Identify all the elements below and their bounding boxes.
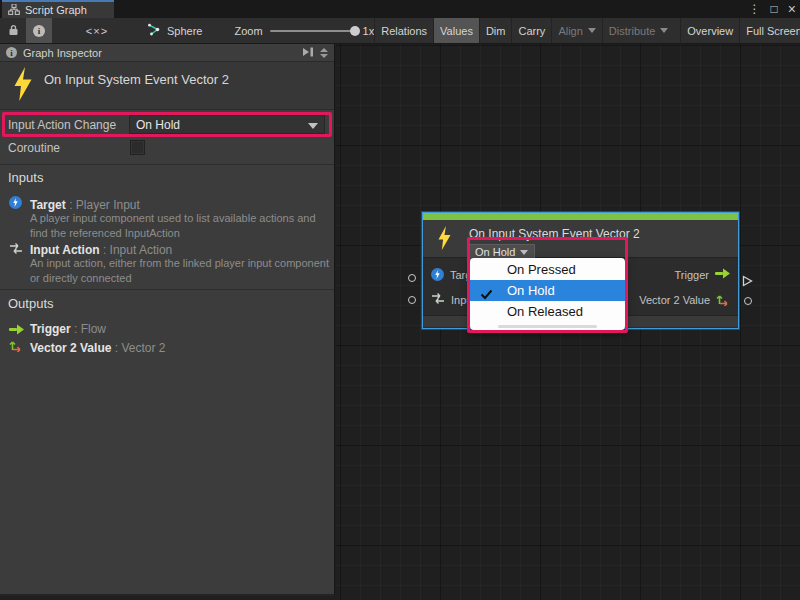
event-node-header[interactable]: On Input System Event Vector 2 On Hold <box>423 220 738 258</box>
toolbar-button-overview[interactable]: Overview <box>680 18 739 43</box>
toolbar-button-relations[interactable]: Relations <box>374 18 433 43</box>
tab-script-graph[interactable]: Script Graph <box>2 0 114 18</box>
menu-item-on-hold[interactable]: On Hold <box>470 280 625 301</box>
trigger-port-row: Trigger : Flow <box>30 319 106 337</box>
node-port-vector2-value[interactable]: Vector 2 Value <box>639 292 730 308</box>
node-title: On Input System Event Vector 2 <box>469 227 640 241</box>
flow-arrow-icon <box>9 321 24 339</box>
input-action-change-dropdown[interactable]: On Hold <box>129 115 325 134</box>
lightning-bolt-icon <box>12 67 34 105</box>
info-icon <box>6 47 17 58</box>
inspector-header: Graph Inspector <box>0 44 334 62</box>
coroutine-label: Coroutine <box>8 141 60 155</box>
vector2-icon <box>9 338 23 356</box>
input-action-port-icon <box>431 292 445 307</box>
window-menu-icon[interactable]: ⋮ <box>749 0 761 18</box>
menu-item-on-released[interactable]: On Released <box>470 301 625 322</box>
graph-node-icon <box>146 23 161 38</box>
event-node-color-bar <box>423 213 738 220</box>
coroutine-checkbox[interactable] <box>130 140 145 155</box>
target-port-icon <box>431 268 444 281</box>
arrow-down-icon <box>320 54 328 58</box>
window-close-icon[interactable]: × <box>788 0 796 18</box>
window-tab-bar: Script Graph ⋮ □ × <box>0 0 800 18</box>
inspector-toggle-button[interactable] <box>26 18 52 43</box>
zoom-label: Zoom <box>234 25 262 37</box>
lock-button[interactable] <box>0 18 26 43</box>
outputs-section-header: Outputs <box>8 296 54 311</box>
toolbar-button-dim[interactable]: Dim <box>479 18 512 43</box>
inputs-section-header: Inputs <box>8 170 43 185</box>
info-icon <box>33 25 45 37</box>
menu-item-on-pressed[interactable]: On Pressed <box>470 259 625 280</box>
input-action-port-description: An input action, either from the linked … <box>30 256 330 286</box>
zoom-value: 1x <box>363 25 375 37</box>
toolbar-button-distribute[interactable]: Distribute <box>602 18 674 43</box>
menu-scroll-hint <box>498 325 597 328</box>
arrow-up-icon <box>320 48 328 52</box>
input-port-connector-target[interactable] <box>408 274 416 282</box>
output-port-connector-vector2[interactable] <box>744 297 752 305</box>
action-change-context-menu: On Pressed On Hold On Released <box>470 258 625 330</box>
graph-canvas[interactable]: On Input System Event Vector 2 On Hold T… <box>336 44 800 600</box>
window-maximize-icon[interactable]: □ <box>771 0 778 18</box>
toolbar-button-fullscreen[interactable]: Full Screen <box>739 18 800 43</box>
chevron-down-icon <box>520 250 528 255</box>
selected-node-summary: On Input System Event Vector 2 <box>0 62 334 110</box>
output-port-connector-trigger[interactable] <box>742 273 753 291</box>
target-port-icon <box>9 196 22 209</box>
graph-context-label: Sphere <box>167 25 202 37</box>
target-port-description: A player input component used to list av… <box>30 211 330 241</box>
inspector-node-title: On Input System Event Vector 2 <box>44 72 229 87</box>
toolbar-button-carry[interactable]: Carry <box>511 18 551 43</box>
input-action-port-icon <box>9 241 23 259</box>
code-preview-button[interactable]: <×> <box>74 18 120 43</box>
lock-icon <box>8 24 19 38</box>
code-icon: <×> <box>86 25 108 37</box>
zoom-slider[interactable] <box>270 30 356 32</box>
input-port-connector-input-action[interactable] <box>408 296 416 304</box>
graph-context-button[interactable]: Sphere <box>146 18 202 43</box>
toolbar-button-values[interactable]: Values <box>433 18 479 43</box>
lightning-bolt-icon <box>437 226 452 254</box>
flow-arrow-icon <box>715 268 730 281</box>
vector2-icon <box>716 292 730 308</box>
toolbar-button-align[interactable]: Align <box>551 18 601 43</box>
chevron-down-icon <box>308 123 318 129</box>
panel-spinner[interactable] <box>320 48 328 58</box>
zoom-control: Zoom 1x <box>234 18 374 43</box>
vector2-value-port-row: Vector 2 Value : Vector 2 <box>30 338 165 356</box>
tab-label: Script Graph <box>25 4 87 16</box>
inspector-title: Graph Inspector <box>23 47 102 59</box>
graph-toolbar: <×> Sphere Zoom 1x Relations Values Dim … <box>0 18 800 44</box>
dock-panel-icon[interactable] <box>301 47 314 59</box>
node-port-trigger[interactable]: Trigger <box>675 268 730 281</box>
chevron-down-icon <box>660 28 668 33</box>
graph-hierarchy-icon <box>8 4 20 17</box>
graph-inspector-panel: Graph Inspector On Input System Event Ve… <box>0 44 335 596</box>
input-action-change-label: Input Action Change <box>8 118 116 132</box>
chevron-down-icon <box>588 28 596 33</box>
zoom-slider-handle[interactable] <box>350 26 360 36</box>
